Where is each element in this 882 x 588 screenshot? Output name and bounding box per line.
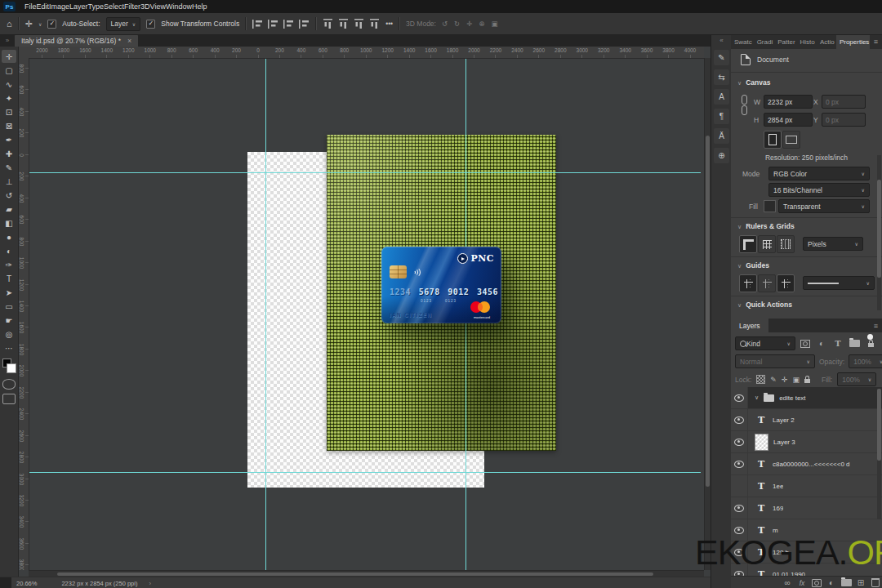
3d-orbit-icon[interactable]: ↺ — [442, 20, 448, 28]
tool-move[interactable]: ✛ — [2, 50, 16, 63]
tab-swatc[interactable]: Swatc — [731, 34, 754, 49]
menu-item-window[interactable]: Window — [166, 2, 192, 11]
orientation-portrait-button[interactable] — [764, 131, 782, 149]
filter-type-layers-icon[interactable]: T — [831, 338, 844, 350]
layer-row-body[interactable]: T169 — [748, 497, 882, 519]
adjustment-layer-icon[interactable]: ◐ — [825, 577, 838, 588]
tool-pen[interactable]: ✑ — [2, 258, 16, 271]
tab-properties[interactable]: Properties — [836, 34, 870, 49]
filter-toggle-dot[interactable] — [867, 334, 873, 340]
chevron-down-icon[interactable]: ∨ — [755, 394, 759, 401]
lock-all-icon[interactable] — [804, 379, 810, 383]
lock-guides-button[interactable] — [758, 274, 776, 292]
menu-item-help[interactable]: Help — [192, 2, 207, 11]
visibility-toggle[interactable] — [731, 387, 748, 408]
layers-scrollbar[interactable] — [877, 389, 881, 519]
show-transform-checkbox[interactable]: ✓ — [146, 20, 155, 29]
delete-layer-icon[interactable] — [869, 577, 882, 588]
clone-source-panel-icon[interactable]: ⇆ — [714, 69, 729, 85]
layer-name[interactable]: 1ee — [773, 483, 783, 490]
layer-name[interactable]: edite text — [779, 394, 805, 402]
tool-quick-selection[interactable]: ✦ — [2, 91, 16, 105]
document-tab[interactable]: Italy id.psd @ 20.7% (RGB/16) * × — [15, 34, 138, 47]
photoshop-logo[interactable]: Ps — [3, 2, 16, 11]
zoom-level-field[interactable]: 20.66% — [16, 580, 37, 587]
layer-row[interactable]: T1ee — [731, 475, 882, 497]
ruler-units-dropdown[interactable]: Pixels∨ — [803, 237, 863, 251]
tool-history-brush[interactable]: ↺ — [2, 189, 16, 202]
visibility-toggle[interactable] — [731, 409, 748, 430]
text-layer-thumbnail[interactable]: T — [755, 415, 768, 425]
bit-depth-dropdown[interactable]: 16 Bits/Channel∨ — [768, 183, 870, 197]
layer-row-body[interactable]: Layer 3 — [748, 431, 882, 452]
tab-histo[interactable]: Histo — [796, 34, 816, 49]
tool-eraser[interactable]: ▰ — [2, 203, 16, 216]
brush-settings-panel-icon[interactable]: ✎ — [714, 50, 729, 65]
toggle-rulers-button[interactable] — [739, 235, 757, 253]
horizontal-guide[interactable] — [29, 472, 701, 473]
color-mode-dropdown[interactable]: RGB Color∨ — [768, 167, 870, 180]
link-dimensions-icon[interactable] — [741, 95, 748, 116]
layer-row-body[interactable]: T1ee — [748, 475, 882, 497]
paragraph-panel-icon[interactable]: ¶ — [714, 109, 729, 124]
filter-kind-dropdown[interactable]: Kind ∨ — [735, 336, 795, 350]
width-field[interactable]: 2232 px — [764, 95, 813, 109]
filter-group-layers-icon[interactable] — [848, 338, 861, 350]
status-chevron-icon[interactable]: › — [149, 580, 151, 587]
menu-item-3d[interactable]: 3D — [140, 2, 150, 11]
properties-scrollbar[interactable] — [877, 155, 881, 310]
menu-item-select[interactable]: Select — [104, 2, 124, 11]
visibility-toggle[interactable] — [731, 475, 748, 497]
3d-camera-icon[interactable]: ▣ — [491, 20, 497, 28]
toggle-guides-button[interactable] — [739, 274, 757, 292]
quick-actions-section-header[interactable]: ∨Quick Actions — [737, 301, 792, 309]
tool-type[interactable]: T — [2, 272, 16, 285]
layer-name[interactable]: Layer 3 — [773, 439, 795, 446]
3d-slide-icon[interactable]: ⊕ — [479, 20, 484, 28]
lock-position-icon[interactable]: ✛ — [782, 376, 788, 384]
glyphs-panel-icon[interactable]: Ä — [714, 128, 729, 144]
layer-row[interactable]: Layer 3 — [731, 431, 882, 453]
tab-gradi[interactable]: Gradi — [754, 34, 775, 49]
height-field[interactable]: 2854 px — [764, 113, 813, 127]
lock-transparency-icon[interactable] — [756, 375, 765, 384]
layer-row[interactable]: Tc8a0000000...<<<<<<<0 d — [731, 453, 882, 475]
background-color-swatch[interactable] — [7, 363, 16, 373]
guide-style-dropdown[interactable]: ∨ — [803, 276, 875, 290]
lock-artboard-icon[interactable]: ▣ — [792, 376, 800, 384]
quick-mask-button[interactable] — [2, 379, 16, 390]
align-justify-icon[interactable] — [299, 20, 310, 29]
guides-section-header[interactable]: ∨Guides — [737, 261, 769, 270]
visibility-toggle[interactable] — [731, 431, 748, 452]
tool-crop[interactable]: ⊡ — [2, 105, 16, 118]
scrollbar-thumb[interactable] — [877, 180, 881, 278]
auto-select-checkbox[interactable]: ✓ — [47, 20, 56, 29]
vertical-scrollbar[interactable] — [704, 58, 710, 570]
credit-card-layer[interactable]: PNC 1234 5678 9012 3456 0123 0123 IAN CI… — [381, 247, 501, 323]
fill-dropdown[interactable]: Transparent∨ — [778, 199, 870, 213]
auto-select-target-dropdown[interactable]: Layer ∨ — [106, 17, 141, 31]
panel-menu-icon[interactable]: ≡ — [870, 318, 882, 332]
tool-clone-stamp[interactable]: ⊥ — [2, 175, 16, 188]
lock-pixels-icon[interactable]: ✎ — [770, 376, 777, 384]
collapse-panels-icon[interactable]: « — [719, 34, 723, 46]
tool-gradient[interactable]: ◧ — [2, 216, 16, 229]
layer-effects-icon[interactable]: fx — [795, 577, 808, 588]
libraries-panel-icon[interactable]: ⊕ — [714, 148, 729, 163]
distribute-right-icon[interactable] — [354, 19, 363, 29]
filter-pixel-layers-icon[interactable] — [799, 338, 812, 350]
layer-row-body[interactable]: TLayer 2 — [748, 409, 882, 430]
align-left-icon[interactable] — [252, 20, 263, 29]
tool-hand[interactable]: ☛ — [2, 314, 16, 327]
color-swatches[interactable] — [2, 359, 16, 375]
toggle-grid-button[interactable] — [758, 235, 776, 253]
chevron-down-icon[interactable]: ∨ — [38, 21, 42, 27]
tool-dodge[interactable]: ◐ — [2, 244, 16, 257]
orientation-landscape-button[interactable] — [782, 131, 800, 149]
visibility-toggle[interactable] — [731, 453, 748, 474]
canvas-section-header[interactable]: ∨Canvas — [737, 78, 770, 87]
tool-zoom[interactable]: ◎ — [2, 327, 16, 341]
horizontal-guide[interactable] — [29, 172, 701, 173]
clear-guides-button[interactable] — [777, 274, 795, 292]
tool-blur[interactable]: ● — [2, 230, 16, 243]
